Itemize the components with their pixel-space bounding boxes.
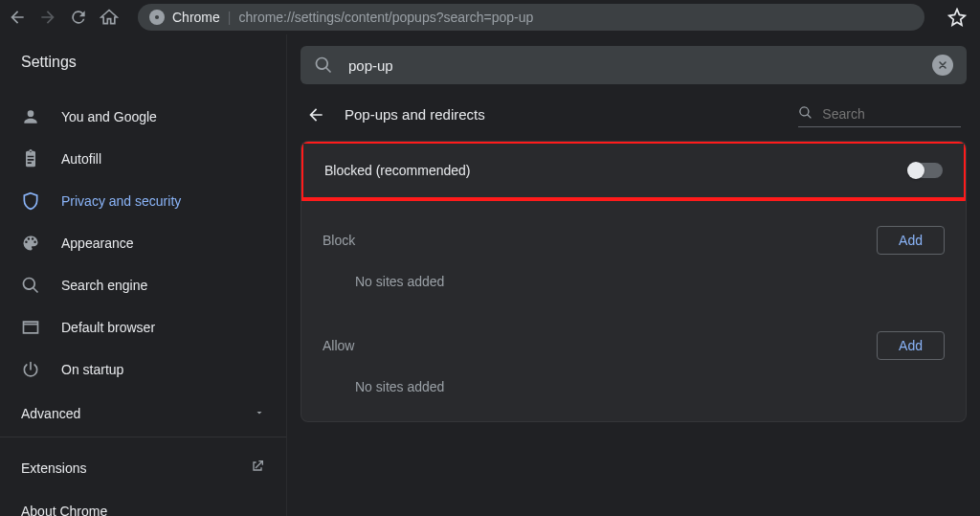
settings-search-input[interactable] [348,57,917,74]
sidebar: Settings You and Google Autofill Privacy… [0,34,287,516]
section-label: Block [323,233,355,248]
sidebar-item-label: Default browser [61,320,155,335]
sidebar-advanced[interactable]: Advanced [0,391,286,437]
main-panel: Pop-ups and redirects Blocked (recommend… [287,34,980,516]
home-icon[interactable] [100,8,119,27]
sidebar-item-label: Search engine [61,278,147,293]
back-arrow-icon[interactable] [306,105,325,124]
page-title: Pop-ups and redirects [345,106,779,123]
app-body: Settings You and Google Autofill Privacy… [0,34,980,516]
external-link-icon [250,459,265,477]
sidebar-item-label: Privacy and security [61,193,181,209]
sidebar-item-label: Appearance [61,236,134,251]
page-search-input[interactable] [822,106,961,122]
search-icon [314,56,333,75]
block-empty-message: No sites added [301,258,966,316]
sidebar-item-extensions[interactable]: Extensions [0,445,286,490]
sidebar-advanced-label: Advanced [21,406,80,421]
browser-icon [21,318,40,337]
back-icon[interactable] [8,8,27,27]
block-add-button[interactable]: Add [877,226,945,255]
sidebar-item-appearance[interactable]: Appearance [0,222,286,264]
sidebar-item-label: About Chrome [21,504,107,516]
sidebar-item-you-and-google[interactable]: You and Google [0,96,286,138]
section-label: Allow [323,338,354,353]
browser-toolbar: Chrome | chrome://settings/content/popup… [0,0,980,34]
forward-icon[interactable] [38,8,57,27]
clipboard-icon [21,149,40,168]
block-section-header: Block Add [301,211,966,258]
blocked-toggle-row: Blocked (recommended) [303,144,964,197]
clear-icon[interactable] [932,55,953,76]
sidebar-menu: You and Google Autofill Privacy and secu… [0,96,286,391]
sidebar-item-about[interactable]: About Chrome [0,490,286,516]
omnibox-url: chrome://settings/content/popups?search=… [238,10,533,25]
power-icon [21,360,40,379]
settings-card: Blocked (recommended) Block Add No sites… [301,141,967,422]
omnibox-separator: | [228,10,232,25]
sidebar-item-on-startup[interactable]: On startup [0,348,286,391]
chrome-icon [149,10,165,25]
sidebar-item-label: You and Google [61,109,157,124]
blocked-toggle[interactable] [908,163,943,178]
app-title: Settings [0,34,286,96]
highlighted-setting: Blocked (recommended) [301,141,967,201]
sidebar-item-label: Autofill [61,151,101,167]
allow-empty-message: No sites added [301,364,966,421]
sidebar-item-search-engine[interactable]: Search engine [0,264,286,306]
omnibox[interactable]: Chrome | chrome://settings/content/popup… [138,4,924,31]
reload-icon[interactable] [69,8,88,27]
sidebar-item-privacy-security[interactable]: Privacy and security [0,180,286,222]
omnibox-origin: Chrome [172,10,220,25]
allow-section-header: Allow Add [301,316,966,364]
search-icon [21,276,40,295]
toggle-knob [907,162,924,179]
allow-add-button[interactable]: Add [877,331,945,360]
person-icon [21,107,40,126]
sidebar-item-default-browser[interactable]: Default browser [0,306,286,348]
shield-icon [21,191,40,211]
toggle-label: Blocked (recommended) [324,163,471,178]
bookmark-star-icon[interactable] [947,8,967,27]
page-header: Pop-ups and redirects [301,101,967,127]
sidebar-item-label: On startup [61,362,123,377]
page-search[interactable] [798,101,961,127]
sidebar-item-label: Extensions [21,460,86,476]
settings-search-bar[interactable] [301,46,967,84]
palette-icon [21,234,40,253]
sidebar-item-autofill[interactable]: Autofill [0,138,286,180]
svg-point-0 [155,15,159,19]
chevron-down-icon [254,406,265,421]
search-icon [798,105,813,123]
